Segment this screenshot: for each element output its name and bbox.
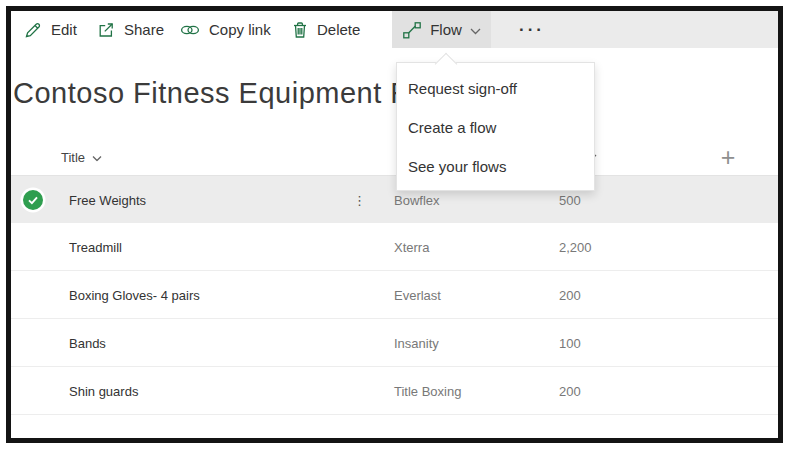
edit-label: Edit [51,21,77,38]
copy-link-button[interactable]: Copy link [180,11,271,48]
row-price: 100 [559,335,581,350]
column-header-title-label: Title [61,150,85,165]
page-title: Contoso Fitness Equipment Re [13,77,428,110]
table-row[interactable]: Bands Insanity 100 [11,319,778,367]
delete-button[interactable]: Delete [292,11,360,48]
edit-pencil-icon [24,21,42,39]
screenshot-canvas: Edit Share Copy link Delete [0,0,789,449]
overflow-menu-button[interactable]: ··· [509,11,555,48]
row-price: 2,200 [559,239,592,254]
table-header-row: Title + [11,139,778,176]
row-brand: Insanity [394,335,439,350]
add-column-button[interactable]: + [714,145,742,170]
row-brand: Xterra [394,239,429,254]
copy-link-label: Copy link [209,21,271,38]
share-label: Share [124,21,164,38]
table-row[interactable]: Treadmill Xterra 2,200 [11,223,778,271]
row-price: 200 [559,383,581,398]
chevron-down-icon [470,21,481,38]
column-header-title[interactable]: Title [61,150,102,165]
menu-item-request-sign-off[interactable]: Request sign-off [397,69,594,108]
row-title: Treadmill [69,239,122,254]
share-button[interactable]: Share [97,11,164,48]
row-title: Shin guards [69,383,138,398]
copy-link-icon [180,23,200,37]
share-icon [97,21,115,39]
row-brand: Everlast [394,287,441,302]
row-brand: Bowflex [394,192,440,207]
row-price: 200 [559,287,581,302]
flow-dropdown-menu: Request sign-off Create a flow See your … [396,62,595,191]
row-title: Boxing Gloves- 4 pairs [69,287,200,302]
row-title: Bands [69,335,106,350]
menu-item-create-a-flow[interactable]: Create a flow [397,108,594,147]
table-row[interactable]: Free Weights ⋮ Bowflex 500 [11,176,778,223]
command-bar: Edit Share Copy link Delete [11,11,778,48]
flow-icon [402,21,422,39]
list-table: Title + Free Weights ⋮ Bowflex 500 [11,139,778,415]
menu-item-see-your-flows[interactable]: See your flows [397,147,594,186]
row-price: 500 [559,192,581,207]
overflow-ellipsis-icon: ··· [519,20,545,40]
row-selected-check-icon[interactable] [23,190,43,210]
delete-trash-icon [292,21,308,39]
table-row[interactable]: Boxing Gloves- 4 pairs Everlast 200 [11,271,778,319]
chevron-down-icon [92,150,102,165]
table-row[interactable]: Shin guards Title Boxing 200 [11,367,778,415]
window-frame: Edit Share Copy link Delete [6,6,783,443]
flow-button[interactable]: Flow [392,11,491,48]
flow-label: Flow [430,21,462,38]
row-title: Free Weights [69,192,146,207]
row-more-options-icon[interactable]: ⋮ [353,192,366,207]
row-brand: Title Boxing [394,383,461,398]
delete-label: Delete [317,21,360,38]
edit-button[interactable]: Edit [24,11,77,48]
